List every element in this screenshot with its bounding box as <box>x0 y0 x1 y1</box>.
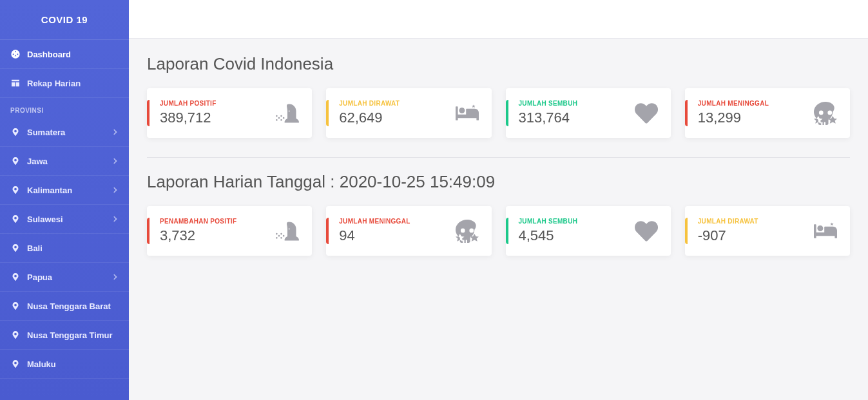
sidebar-item-label: Kalimantan <box>27 186 72 195</box>
card-value: 62,649 <box>339 110 455 126</box>
cough-icon <box>276 220 299 243</box>
sidebar-item-label: Bali <box>27 243 43 253</box>
stat-card: JUMLAH POSITIF389,712 <box>147 88 312 138</box>
sidebar-item-label: Maluku <box>27 359 56 369</box>
cards-daily: PENAMBAHAN POSITIF3,732JUMLAH MENINGGAL9… <box>147 206 850 256</box>
sidebar-item-label: Sumatera <box>27 128 65 137</box>
sidebar-item-provinsi[interactable]: Maluku <box>0 350 129 379</box>
card-value: 13,299 <box>698 110 814 126</box>
sidebar-item-provinsi[interactable]: Papua <box>0 263 129 292</box>
pin-icon <box>10 301 21 311</box>
sidebar-item-label: Nusa Tenggara Barat <box>27 301 111 311</box>
sidebar-item-label: Papua <box>27 272 52 282</box>
stat-card: JUMLAH MENINGGAL13,299 <box>685 88 850 138</box>
sidebar-item-label: Nusa Tenggara Timur <box>27 330 112 340</box>
pin-icon <box>10 359 21 369</box>
heart-icon <box>635 220 658 243</box>
card-value: 313,764 <box>519 110 635 126</box>
skull-icon <box>456 220 479 243</box>
card-stripe <box>147 100 149 126</box>
stat-card: JUMLAH DIRAWAT62,649 <box>326 88 491 138</box>
chevron-right-icon <box>112 128 119 137</box>
sidebar-item-label: Sulawesi <box>27 214 63 224</box>
stat-card: JUMLAH DIRAWAT-907 <box>685 206 850 256</box>
card-label: JUMLAH SEMBUH <box>519 218 635 225</box>
pin-icon <box>10 214 21 224</box>
section-title-daily: Laporan Harian Tanggal : 2020-10-25 15:4… <box>147 172 850 192</box>
nav-rekap-harian[interactable]: Rekap Harian <box>0 69 129 98</box>
sidebar-item-provinsi[interactable]: Nusa Tenggara Barat <box>0 292 129 321</box>
sidebar-item-provinsi[interactable]: Sulawesi <box>0 205 129 234</box>
chevron-right-icon <box>112 214 119 224</box>
chevron-right-icon <box>112 272 119 282</box>
provinsi-header: PROVINSI <box>0 98 129 118</box>
card-stripe <box>506 100 508 126</box>
stat-card: JUMLAH SEMBUH4,545 <box>506 206 671 256</box>
sidebar-item-provinsi[interactable]: Sumatera <box>0 118 129 147</box>
nav-dashboard[interactable]: Dashboard <box>0 40 129 69</box>
stat-card: PENAMBAHAN POSITIF3,732 <box>147 206 312 256</box>
card-label: JUMLAH SEMBUH <box>519 100 635 107</box>
sidebar-item-provinsi[interactable]: Jawa <box>0 147 129 176</box>
pin-icon <box>10 156 21 166</box>
app-title: COVID 19 <box>0 0 129 40</box>
card-label: PENAMBAHAN POSITIF <box>160 218 276 225</box>
card-stripe <box>506 218 508 244</box>
topbar <box>129 0 868 39</box>
sidebar: COVID 19 Dashboard Rekap Harian PROVINSI… <box>0 0 129 400</box>
nav-label: Rekap Harian <box>27 79 81 88</box>
card-label: JUMLAH DIRAWAT <box>339 100 455 107</box>
card-label: JUMLAH MENINGGAL <box>339 218 455 225</box>
pin-icon <box>10 272 21 282</box>
card-value: 3,732 <box>160 227 276 244</box>
card-label: JUMLAH MENINGGAL <box>698 100 814 107</box>
pin-icon <box>10 330 21 340</box>
card-label: JUMLAH DIRAWAT <box>698 218 814 225</box>
chevron-right-icon <box>112 157 119 166</box>
card-label: JUMLAH POSITIF <box>160 100 276 107</box>
heart-icon <box>635 102 658 125</box>
sidebar-item-provinsi[interactable]: Kalimantan <box>0 176 129 205</box>
section-title-total: Laporan Covid Indonesia <box>147 54 850 74</box>
card-value: 94 <box>339 227 455 244</box>
table-icon <box>10 78 21 88</box>
main: Laporan Covid Indonesia JUMLAH POSITIF38… <box>129 0 868 400</box>
sidebar-item-label: Jawa <box>27 157 48 166</box>
bed-icon <box>456 102 479 125</box>
divider <box>147 157 850 158</box>
bed-icon <box>814 220 837 243</box>
chevron-right-icon <box>112 186 119 195</box>
stat-card: JUMLAH MENINGGAL94 <box>326 206 491 256</box>
nav-label: Dashboard <box>27 50 71 59</box>
dashboard-icon <box>10 49 21 59</box>
card-value: 4,545 <box>519 227 635 244</box>
stat-card: JUMLAH SEMBUH313,764 <box>506 88 671 138</box>
card-stripe <box>147 218 149 244</box>
card-stripe <box>326 100 329 126</box>
card-stripe <box>685 100 688 126</box>
pin-icon <box>10 185 21 195</box>
card-stripe <box>326 218 329 244</box>
pin-icon <box>10 127 21 137</box>
cards-total: JUMLAH POSITIF389,712JUMLAH DIRAWAT62,64… <box>147 88 850 138</box>
card-value: 389,712 <box>160 110 276 126</box>
sidebar-item-provinsi[interactable]: Nusa Tenggara Timur <box>0 321 129 350</box>
sidebar-item-provinsi[interactable]: Bali <box>0 234 129 263</box>
cough-icon <box>276 102 299 125</box>
card-stripe <box>685 218 688 244</box>
pin-icon <box>10 243 21 253</box>
skull-icon <box>814 102 837 125</box>
card-value: -907 <box>698 227 814 244</box>
